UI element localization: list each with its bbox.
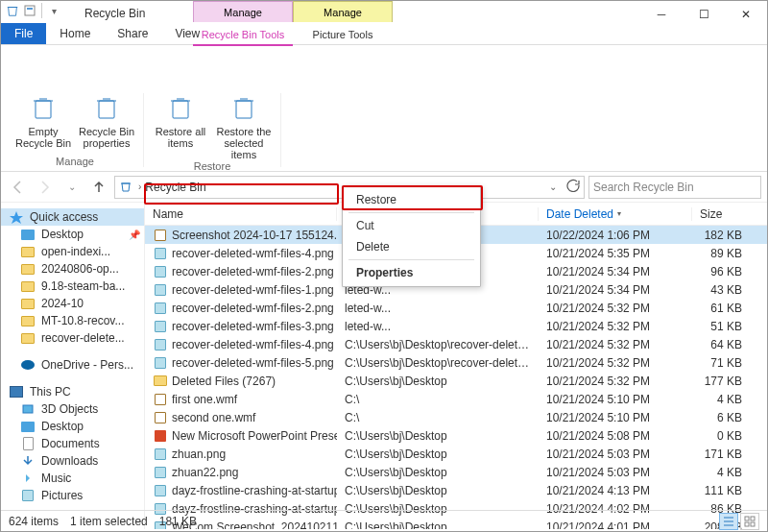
sidebar-item-1[interactable]: open-indexi... [1, 243, 144, 260]
file-row[interactable]: Deleted Files (7267)C:\Users\bj\Desktop1… [145, 372, 767, 390]
sidebar-item-5-icon [20, 313, 36, 328]
refresh-icon[interactable] [566, 179, 580, 195]
recycle-bin-icon [165, 93, 196, 124]
file-row[interactable]: dayz-frostline-crashing-at-startup-...C:… [145, 481, 767, 499]
details-view-button[interactable] [719, 513, 738, 530]
sidebar-item-4[interactable]: 2024-10 [1, 295, 144, 312]
col-header-size[interactable]: Size [692, 207, 750, 221]
ribbon-label: Restore the selected items [215, 126, 273, 160]
sidebar-quick-access-icon [9, 209, 24, 225]
file-name-cell: recover-deleted-wmf-files-4.png [145, 246, 337, 261]
sidebar-pc-downloads[interactable]: Downloads [1, 452, 144, 470]
ribbon-group-name: Restore [194, 160, 231, 172]
svg-rect-4 [173, 101, 188, 118]
file-icon [153, 246, 168, 261]
sidebar-item-4-icon [20, 296, 36, 311]
ribbon-btn-recycle-bin-properties[interactable]: Recycle Bin properties [78, 93, 135, 149]
sidebar-pc-3d-objects[interactable]: 3D Objects [1, 400, 144, 418]
file-size-cell: 177 KB [692, 375, 750, 388]
navigation-pane: Quick accessDesktop📌open-indexi...202408… [1, 203, 145, 529]
ribbon-btn-empty-recycle-bin[interactable]: Empty Recycle Bin [14, 93, 72, 149]
ribbon: Empty Recycle BinRecycle Bin propertiesM… [1, 89, 767, 172]
sidebar-item-3[interactable]: 9.18-steam-ba... [1, 278, 144, 295]
file-date-cell: 10/21/2024 5:32 PM [539, 302, 692, 315]
properties-icon[interactable] [22, 3, 37, 18]
file-row[interactable]: recover-deleted-wmf-files-2.pngleted-w..… [145, 299, 767, 317]
file-row[interactable]: recover-deleted-wmf-files-4.pngC:\Users\… [145, 335, 767, 353]
recycle-bin-icon [28, 93, 59, 124]
file-location-cell: C:\Users\bj\Desktop [337, 484, 539, 497]
context-tab-picture: Manage [293, 1, 393, 22]
file-icon [153, 301, 168, 316]
file-date-cell: 10/21/2024 4:13 PM [539, 484, 692, 497]
file-icon [153, 447, 168, 462]
tab-home[interactable]: Home [46, 23, 104, 44]
file-location-cell: leted-w... [337, 320, 539, 333]
sidebar-pc-documents-icon [20, 436, 36, 451]
up-button[interactable] [87, 176, 110, 199]
qat-dropdown-icon[interactable]: ▾ [46, 3, 61, 18]
svg-rect-0 [25, 6, 35, 15]
file-size-cell: 96 KB [692, 265, 750, 278]
file-name-cell: recover-deleted-wmf-files-1.png [145, 282, 337, 298]
svg-rect-8 [751, 517, 755, 520]
sidebar-pc-pictures[interactable]: Pictures [1, 487, 144, 504]
sidebar-pc-desktop[interactable]: Desktop [1, 418, 144, 435]
tab-share[interactable]: Share [104, 23, 161, 44]
tab-picture-tools[interactable]: Picture Tools [293, 24, 393, 45]
file-date-cell: 10/21/2024 5:08 PM [539, 429, 692, 443]
sidebar-pc-documents[interactable]: Documents [1, 435, 144, 452]
sidebar-pc-downloads-icon [20, 453, 36, 469]
file-tab[interactable]: File [1, 23, 46, 44]
file-icon [153, 428, 168, 444]
file-date-cell: 10/21/2024 5:10 PM [539, 393, 692, 406]
recycle-bin-icon [5, 3, 20, 18]
ribbon-btn-restore-all-items[interactable]: Restore all items [152, 93, 209, 160]
ribbon-label: Empty Recycle Bin [14, 126, 72, 149]
file-row[interactable]: New Microsoft PowerPoint Present...C:\Us… [145, 426, 767, 445]
context-menu-delete[interactable]: Delete [345, 236, 478, 257]
sidebar-onedrive[interactable]: OneDrive - Pers... [1, 356, 144, 374]
address-text: Recycle Bin [145, 181, 205, 194]
file-name-cell: second one.wmf [145, 410, 337, 425]
status-selected-size: 181 KB [159, 515, 197, 528]
svg-rect-10 [751, 522, 755, 526]
file-size-cell: 171 KB [692, 447, 750, 461]
file-size-cell: 4 KB [692, 466, 750, 479]
sidebar-item-2[interactable]: 20240806-op... [1, 260, 144, 278]
sidebar-item-0[interactable]: Desktop📌 [1, 226, 144, 243]
forward-button[interactable] [34, 176, 57, 199]
file-row[interactable]: second one.wmfC:\10/21/2024 5:10 PM6 KB [145, 408, 767, 426]
sidebar-item-6[interactable]: recover-delete... [1, 329, 144, 347]
recent-locations-button[interactable]: ⌄ [60, 176, 84, 199]
sidebar-quick-access[interactable]: Quick access [1, 208, 144, 226]
file-row[interactable]: first one.wmfC:\10/21/2024 5:10 PM4 KB [145, 390, 767, 408]
file-location-cell: C:\Users\bj\Desktop [337, 375, 539, 388]
sidebar-this-pc-icon [9, 384, 24, 399]
sidebar-item-6-icon [20, 330, 36, 346]
file-row[interactable]: zhuan22.pngC:\Users\bj\Desktop10/21/2024… [145, 463, 767, 481]
file-row[interactable]: zhuan.pngC:\Users\bj\Desktop10/21/2024 5… [145, 445, 767, 463]
sidebar-this-pc[interactable]: This PC [1, 383, 144, 400]
svg-rect-6 [23, 405, 33, 413]
context-menu-restore[interactable]: Restore [345, 189, 478, 210]
file-icon [153, 410, 168, 425]
col-header-name[interactable]: Name [145, 207, 337, 221]
sidebar-pc-music[interactable]: Music [1, 470, 144, 487]
context-menu-properties[interactable]: Properties [345, 262, 478, 283]
large-icons-view-button[interactable] [740, 513, 759, 530]
sidebar-item-5[interactable]: MT-10.8-recov... [1, 312, 144, 329]
ribbon-group-name: Manage [56, 156, 94, 167]
file-row[interactable]: recover-deleted-wmf-files-5.pngC:\Users\… [145, 353, 767, 372]
tab-recycle-bin-tools[interactable]: Recycle Bin Tools [193, 24, 293, 45]
col-header-date-deleted[interactable]: Date Deleted▾ [539, 207, 692, 221]
back-button[interactable] [7, 176, 30, 199]
ribbon-btn-restore-the-selected-items[interactable]: Restore the selected items [215, 93, 273, 160]
svg-rect-1 [27, 8, 33, 10]
file-row[interactable]: recover-deleted-wmf-files-3.pngleted-w..… [145, 317, 767, 335]
context-menu-cut[interactable]: Cut [345, 215, 478, 236]
search-input[interactable]: Search Recycle Bin [588, 176, 761, 199]
svg-rect-5 [236, 101, 252, 118]
file-location-cell: C:\Users\bj\Desktop\recover-deleted-w... [337, 356, 539, 370]
context-menu: RestoreCutDeleteProperties [342, 185, 481, 287]
